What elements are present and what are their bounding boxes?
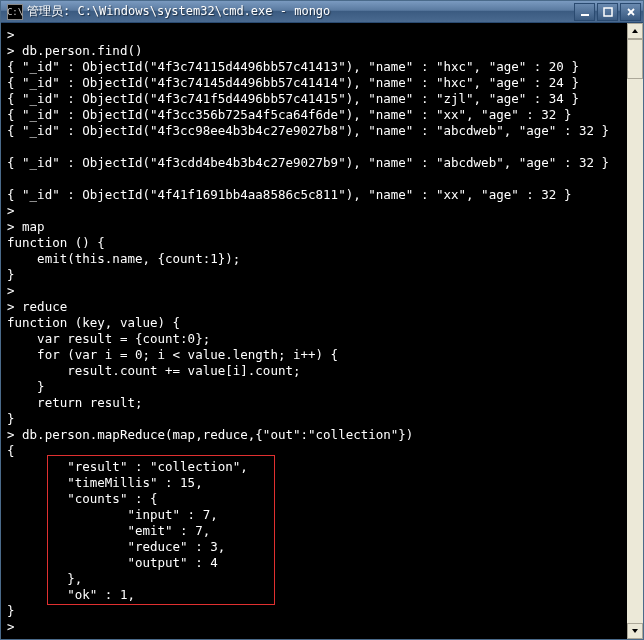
terminal-output[interactable]: > > db.person.find() { "_id" : ObjectId(…: [1, 23, 643, 639]
svg-rect-1: [604, 8, 612, 16]
scroll-down-button[interactable]: [627, 623, 643, 639]
cmd-icon: C:\: [7, 4, 23, 20]
title-text: 管理员: C:\Windows\system32\cmd.exe - mongo: [27, 3, 574, 20]
cmd-window: C:\ 管理员: C:\Windows\system32\cmd.exe - m…: [0, 0, 644, 640]
minimize-button[interactable]: [574, 3, 595, 21]
vertical-scrollbar[interactable]: [627, 23, 643, 639]
svg-rect-0: [581, 14, 589, 16]
maximize-button[interactable]: [597, 3, 618, 21]
scroll-up-button[interactable]: [627, 23, 643, 39]
close-button[interactable]: [620, 3, 641, 21]
titlebar[interactable]: C:\ 管理员: C:\Windows\system32\cmd.exe - m…: [1, 1, 643, 23]
svg-marker-5: [632, 629, 638, 633]
svg-marker-4: [632, 29, 638, 33]
window-controls: [574, 3, 641, 21]
scroll-thumb[interactable]: [627, 39, 643, 79]
terminal-text: > > db.person.find() { "_id" : ObjectId(…: [7, 27, 637, 639]
